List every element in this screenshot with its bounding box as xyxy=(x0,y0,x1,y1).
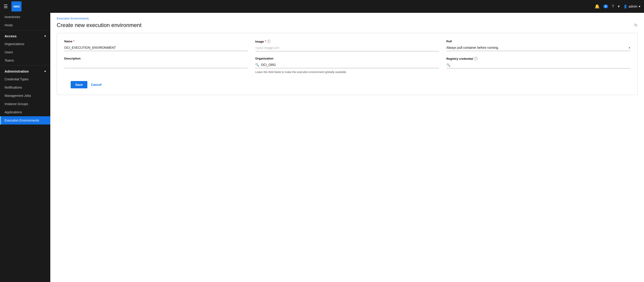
sidebar-divider-2 xyxy=(0,66,50,66)
description-label: Description xyxy=(64,57,248,60)
username-label: admin xyxy=(629,5,637,8)
name-required-indicator: * xyxy=(73,40,74,43)
organization-search-icon[interactable]: 🔍 xyxy=(255,63,259,67)
name-field-group: Name * xyxy=(64,40,248,51)
sidebar: Inventories Hosts Access ▾ Organizations… xyxy=(0,13,50,282)
pull-select-wrapper: Always pull container before running.Onl… xyxy=(446,44,630,51)
registry-credential-search-icon[interactable]: 🔍 xyxy=(446,63,450,67)
registry-credential-help-icon[interactable]: ? xyxy=(474,57,478,61)
sidebar-item-users[interactable]: Users xyxy=(0,48,50,56)
help-chevron-icon[interactable]: ▾ xyxy=(618,4,620,9)
app-body: Inventories Hosts Access ▾ Organizations… xyxy=(0,13,644,282)
main-content: Execution Environments Create new execut… xyxy=(50,13,644,282)
sidebar-item-teams[interactable]: Teams xyxy=(0,56,50,65)
sidebar-item-execution-environments[interactable]: Execution Environments xyxy=(0,116,50,125)
help-icon[interactable]: ? xyxy=(612,4,614,9)
image-field-group: Image * ? xyxy=(255,40,439,51)
organization-search-wrapper: 🔍 xyxy=(255,62,439,68)
organization-field-group: Organization 🔍 Leave this field blank to… xyxy=(255,57,439,74)
image-input[interactable] xyxy=(255,45,439,51)
name-input[interactable] xyxy=(64,44,248,51)
name-label: Name * xyxy=(64,40,248,43)
sidebar-item-applications[interactable]: Applications xyxy=(0,108,50,116)
save-button[interactable]: Save xyxy=(71,81,87,88)
page-title: Create new execution environment ↻ xyxy=(50,21,644,33)
breadcrumb: Execution Environments xyxy=(50,13,644,21)
organization-label: Organization xyxy=(255,57,439,60)
sidebar-item-notifications[interactable]: Notifications xyxy=(0,83,50,92)
access-chevron-icon: ▾ xyxy=(44,35,46,38)
organization-hint: Leave this field blank to make the execu… xyxy=(255,71,439,74)
pull-label: Pull xyxy=(446,40,630,43)
user-menu[interactable]: 👤 admin ▾ xyxy=(624,5,640,8)
top-nav-right: 🔔 0 ? ▾ 👤 admin ▾ xyxy=(594,4,640,9)
sidebar-item-credential-types[interactable]: Credential Types xyxy=(0,75,50,83)
sidebar-section-access[interactable]: Access ▾ xyxy=(0,31,50,40)
app-logo: AWX xyxy=(12,1,22,12)
sidebar-item-instance-groups[interactable]: Instance Groups xyxy=(0,100,50,108)
image-required-indicator: * xyxy=(265,40,266,43)
registry-credential-label: Registry credential ? xyxy=(446,57,630,61)
registry-credential-search-wrapper: 🔍 xyxy=(446,62,630,69)
notification-badge: 0 xyxy=(603,5,608,8)
form-card: Name * Image * ? P xyxy=(57,33,638,95)
description-input[interactable] xyxy=(64,62,248,68)
cancel-button[interactable]: Cancel xyxy=(91,83,102,87)
user-chevron-icon: ▾ xyxy=(639,5,640,8)
administration-chevron-icon: ▾ xyxy=(44,70,46,73)
sidebar-section-administration[interactable]: Administration ▾ xyxy=(0,67,50,75)
hamburger-icon[interactable]: ☰ xyxy=(4,4,8,9)
notifications-icon[interactable]: 🔔 xyxy=(594,4,600,9)
breadcrumb-parent-link[interactable]: Execution Environments xyxy=(57,17,89,20)
pull-select[interactable]: Always pull container before running.Onl… xyxy=(446,44,630,51)
sidebar-item-inventories[interactable]: Inventories xyxy=(0,13,50,21)
sidebar-divider-1 xyxy=(0,30,50,31)
top-navigation: ☰ AWX 🔔 0 ? ▾ 👤 admin ▾ xyxy=(0,0,644,13)
image-label: Image * ? xyxy=(255,40,439,43)
form-grid: Name * Image * ? P xyxy=(64,40,630,74)
registry-credential-field-group: Registry credential ? 🔍 xyxy=(446,57,630,74)
sidebar-item-hosts[interactable]: Hosts xyxy=(0,21,50,29)
history-icon[interactable]: ↻ xyxy=(634,23,638,28)
description-field-group: Description xyxy=(64,57,248,74)
sidebar-item-management-jobs[interactable]: Management Jobs xyxy=(0,92,50,100)
registry-credential-input[interactable] xyxy=(452,62,630,68)
form-actions: Save Cancel xyxy=(71,81,624,88)
organization-input[interactable] xyxy=(261,62,439,68)
sidebar-item-organizations[interactable]: Organizations xyxy=(0,40,50,48)
user-icon: 👤 xyxy=(624,5,627,8)
logo-text: AWX xyxy=(13,5,20,8)
image-help-icon[interactable]: ? xyxy=(267,40,270,43)
pull-field-group: Pull Always pull container before runnin… xyxy=(446,40,630,51)
